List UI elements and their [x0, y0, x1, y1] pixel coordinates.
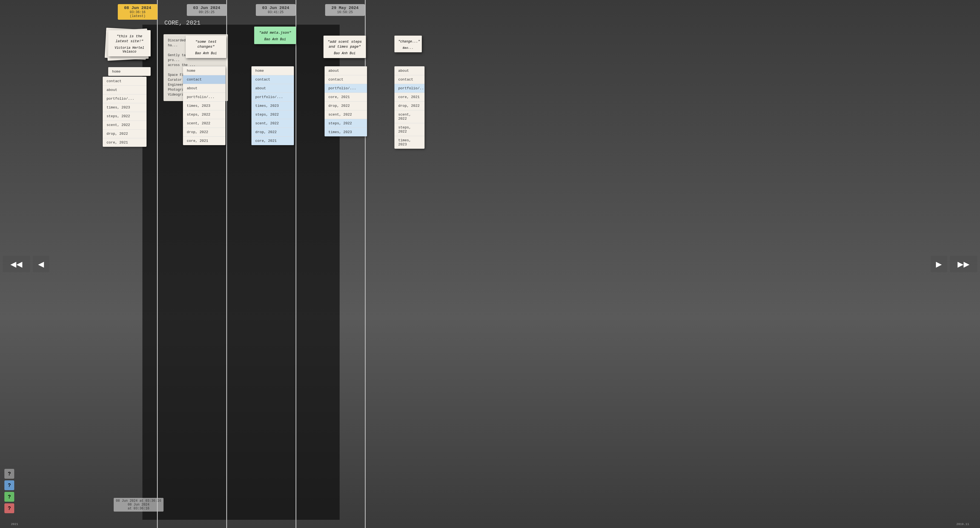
version-date-2: 03 Jun 2024	[190, 6, 223, 10]
polaroid-author-3: Bao Anh Bui	[258, 38, 292, 41]
nav-drop-5[interactable]: drop, 2022	[395, 101, 425, 110]
nav-contact-3[interactable]: contact	[251, 75, 294, 84]
nav-card-5: about contact portfolio/... core, 2021 d…	[395, 66, 425, 149]
nav-core-3[interactable]: core, 2021	[251, 137, 294, 145]
polaroid-quote-5: "change..."	[398, 40, 418, 44]
version-time-1: 03:36:16 (latest)	[121, 10, 154, 18]
timestamp-label-1: 08 Jun 2024 at 03:36:16 08 Jun 2024 at 0…	[114, 498, 164, 512]
nav-scent-3[interactable]: scent, 2022	[251, 119, 294, 127]
year-label-right: 2019.11	[956, 523, 969, 526]
nav-card-1: home	[108, 67, 151, 76]
nav-about-3[interactable]: about	[251, 84, 294, 92]
nav-home-1[interactable]: home	[108, 67, 151, 76]
polaroid-quote-4: "add scent steps and times page"	[327, 40, 362, 49]
nav-contact-1[interactable]: contact	[103, 77, 146, 86]
polaroid-author-4: Bao Anh Bui	[327, 51, 362, 55]
site-title: CORE, 2021	[164, 20, 200, 27]
polaroid-quote-3: "add meta.json"	[258, 30, 292, 35]
nav-drop-2[interactable]: drop, 2022	[183, 127, 226, 137]
help-icon-green: ?	[8, 494, 11, 500]
version-date-4: 29 May 2024	[328, 6, 361, 10]
nav-portfolio-2[interactable]: portfolio/...	[183, 92, 226, 101]
fast-back-button[interactable]: ◀◀	[3, 256, 30, 272]
nav-card-3: home contact about portfolio/... times, …	[251, 66, 294, 145]
timestamp-text-1: 08 Jun 2024 at 03:36:16	[116, 499, 161, 503]
nav-steps-5[interactable]: steps, 2022	[395, 123, 425, 136]
polaroid-quote-2: "some test changes"	[189, 40, 223, 49]
version-header-3[interactable]: 03 Jun 2024 03:41:25	[256, 4, 296, 16]
nav-about-5[interactable]: about	[395, 66, 425, 75]
nav-contact-5[interactable]: contact	[395, 75, 425, 84]
fast-forward-icon: ▶▶	[958, 259, 970, 269]
forward-button[interactable]: ▶	[931, 256, 947, 272]
nav-scent-2[interactable]: scent, 2022	[183, 119, 226, 127]
nav-card-4: about contact portfolio/... core, 2021 d…	[325, 66, 367, 137]
version-header-2[interactable]: 03 Jun 2024 09:25:25	[187, 4, 226, 16]
help-button-gray[interactable]: ?	[5, 469, 14, 479]
polaroid-author-5: Bao...	[398, 46, 418, 49]
fast-back-icon: ◀◀	[10, 259, 22, 269]
contact-card-1: contact about portfolio/... times, 2023 …	[103, 77, 146, 147]
nav-steps-4[interactable]: steps, 2022	[325, 119, 367, 127]
timeline-line-3	[296, 0, 296, 528]
polaroid-author-1: Victoria Hertel Velasco	[112, 46, 147, 54]
forward-icon: ▶	[936, 259, 942, 269]
help-button-blue[interactable]: ?	[5, 480, 14, 490]
nav-drop-1[interactable]: drop, 2022	[103, 129, 146, 138]
nav-core-4[interactable]: core, 2021	[325, 92, 367, 101]
nav-portfolio-3[interactable]: portfolio/...	[251, 92, 294, 101]
nav-times-2[interactable]: times, 2023	[183, 101, 226, 110]
polaroid-card-4[interactable]: "add scent steps and times page" Bao Anh…	[323, 36, 366, 58]
version-date-1: 08 Jun 2024	[121, 6, 154, 10]
version-date-3: 03 Jun 2024	[259, 6, 292, 10]
nav-steps-3[interactable]: steps, 2022	[251, 110, 294, 119]
year-label-left: 2021	[11, 523, 18, 526]
back-icon: ◀	[38, 259, 44, 269]
nav-times-3[interactable]: times, 2023	[251, 101, 294, 110]
nav-steps-1[interactable]: steps, 2022	[103, 112, 146, 121]
help-button-green[interactable]: ?	[5, 492, 14, 502]
polaroid-card-1[interactable]: "this is the latest site!" Victoria Hert…	[108, 30, 151, 56]
timeline-line-1	[157, 0, 158, 528]
nav-contact-4[interactable]: contact	[325, 75, 367, 84]
nav-card-2: home contact about portfolio/... times, …	[183, 66, 226, 145]
polaroid-author-2: Bao Anh Bui	[189, 51, 223, 55]
nav-about-1[interactable]: about	[103, 86, 146, 94]
polaroid-quote-1: "this is the latest site!"	[112, 34, 147, 44]
version-header-4[interactable]: 29 May 2024 16:58:25	[325, 4, 365, 16]
nav-about-4[interactable]: about	[325, 66, 367, 75]
polaroid-card-2[interactable]: "some test changes" Bao Anh Bui	[186, 36, 226, 58]
version-time-2: 09:25:25	[190, 10, 223, 14]
nav-scent-5[interactable]: scent, 2022	[395, 110, 425, 123]
help-icon-gray: ?	[8, 471, 11, 477]
version-header-1[interactable]: 08 Jun 2024 03:36:16 (latest)	[118, 4, 158, 20]
nav-home-3[interactable]: home	[251, 66, 294, 75]
nav-core-5[interactable]: core, 2021	[395, 92, 425, 101]
nav-portfolio-1[interactable]: portfolio/...	[103, 94, 146, 103]
nav-times-5[interactable]: times, 2023	[395, 136, 425, 149]
nav-scent-1[interactable]: scent, 2022	[103, 121, 146, 129]
nav-steps-2[interactable]: steps, 2022	[183, 110, 226, 119]
nav-times-1[interactable]: times, 2023	[103, 103, 146, 112]
polaroid-card-5[interactable]: "change..." Bao...	[395, 36, 422, 52]
nav-times-4[interactable]: times, 2023	[325, 127, 367, 137]
nav-home-2[interactable]: home	[183, 66, 226, 75]
nav-drop-3[interactable]: drop, 2022	[251, 127, 294, 137]
nav-portfolio-4[interactable]: portfolio/...	[325, 84, 367, 92]
nav-drop-4[interactable]: drop, 2022	[325, 101, 367, 110]
version-time-4: 16:58:25	[328, 10, 361, 14]
nav-core-1[interactable]: core, 2021	[103, 138, 146, 147]
polaroid-card-3[interactable]: "add meta.json" Bao Anh Bui	[254, 27, 296, 44]
version-time-3: 03:41:25	[259, 10, 292, 14]
help-button-red[interactable]: ?	[5, 503, 14, 513]
nav-core-2[interactable]: core, 2021	[183, 137, 226, 145]
nav-scent-4[interactable]: scent, 2022	[325, 110, 367, 119]
fast-forward-button[interactable]: ▶▶	[950, 256, 977, 272]
help-icon-blue: ?	[8, 482, 11, 488]
nav-about-2[interactable]: about	[183, 84, 226, 92]
nav-portfolio-5[interactable]: portfolio/...	[395, 84, 425, 92]
help-icon-red: ?	[8, 506, 11, 511]
back-button[interactable]: ◀	[33, 256, 49, 272]
nav-contact-2[interactable]: contact	[183, 75, 226, 84]
